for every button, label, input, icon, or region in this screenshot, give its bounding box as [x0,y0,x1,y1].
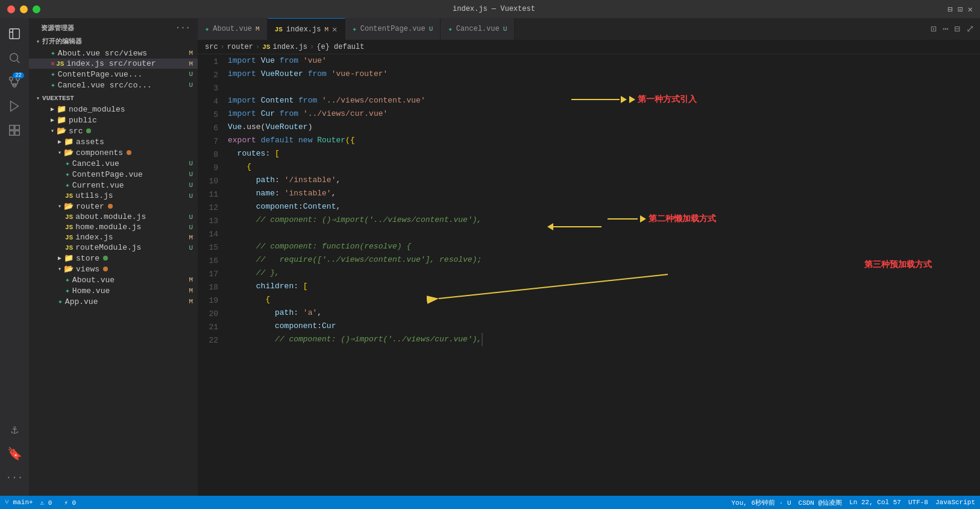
vue-icon: ✦ [51,80,55,90]
tree-item[interactable]: JS routeModule.js U [29,242,198,253]
breadcrumb: src › router › JS index.js › {e} default [198,40,980,54]
code-line-4: import Content from '../views/content.vu… [228,94,944,107]
traffic-light-yellow[interactable] [20,5,28,13]
svg-point-1 [10,54,18,62]
js-icon: JS [65,244,73,251]
tree-item[interactable]: ▶ 📁 assets [29,136,198,147]
tree-item[interactable]: ✦ ContentPage.vue U [29,169,198,180]
tree-item[interactable]: ✦ Cancel.vue src/co... U [29,80,198,90]
activity-icon-extensions[interactable] [4,119,25,141]
breadcrumb-router[interactable]: router [227,43,253,51]
tree-item[interactable]: ▾ 📂 src [29,125,198,136]
more-actions-icon[interactable]: ⋯ [941,22,950,36]
tree-item[interactable]: ✦ Home.vue M [29,285,198,296]
folder-open-icon: 📂 [64,148,74,157]
tree-item[interactable]: ▶ 📁 store [29,253,198,264]
code-line-19: { [228,293,944,306]
tree-item[interactable]: ✦ Cancel.vue U [29,158,198,169]
breadcrumb-filename[interactable]: index.js [272,43,307,51]
tree-item[interactable]: ✦ Current.vue U [29,180,198,191]
tab-status-m: M [324,26,328,33]
tree-item[interactable]: JS index.js M [29,232,198,242]
code-line-15: // component: function(resolve) { [228,240,944,253]
breadcrumb-js-badge: JS [262,43,270,51]
code-line-17: // }, [228,267,944,280]
traffic-light-red[interactable] [7,5,15,13]
panel-toggle-icon[interactable]: ⊟ [953,22,961,36]
folder-open-icon: 📂 [64,201,74,211]
tab-cancel[interactable]: ✦ Cancel.vue U [441,18,515,40]
vue-icon: ✦ [65,286,70,296]
titlebar: index.js — Vuextest ⊟ ⊡ ✕ [0,0,980,18]
activity-icon-bookmark[interactable]: 🔖 [4,443,25,464]
activity-icon-run[interactable] [4,95,25,117]
svg-rect-0 [10,29,20,39]
window-controls[interactable]: ⊟ ⊡ ✕ [947,4,973,14]
code-line-22: // component: ()⇒import('../views/cur.vu… [228,333,944,346]
section-open-editors[interactable]: ▾ 打开的编辑器 [29,35,198,48]
tree-item[interactable]: ✦ About.vue src/views M [29,48,198,58]
activity-icon-more[interactable]: ··· [4,467,25,488]
error-count[interactable]: ⚠ 0 ⚡ 0 [40,499,76,507]
file-status: M [189,287,198,294]
section-project[interactable]: ▾ VUEXTEST [29,93,198,104]
status-right: You, 6秒钟前 · U CSDN @仙凌阁 Ln 22, Col 57 UT… [732,498,975,507]
file-status: U [189,71,198,78]
code-line-7: export default new Router({ [228,134,944,147]
activity-icon-explorer[interactable] [4,23,25,45]
file-status: M [189,298,198,305]
editor-toolbar: ⊡ ⋯ ⊟ ⤢ [929,22,980,36]
vue-icon: ✦ [58,297,63,306]
file-status: U [189,171,198,178]
tree-item[interactable]: ▶ 📁 node_modules [29,104,198,115]
tab-about[interactable]: ✦ About.vue M [198,18,268,40]
file-status: U [189,213,198,221]
maximize-icon[interactable]: ⤢ [965,22,975,36]
traffic-light-green[interactable] [33,5,40,13]
tree-item[interactable]: ✦ ContentPage.vue... U [29,69,198,80]
code-line-2: import VueRouter from 'vue-router' [228,68,944,81]
vue-icon: ✦ [51,69,55,79]
file-status: M [189,49,198,57]
breadcrumb-src[interactable]: src [205,43,218,51]
tab-index-js[interactable]: JS index.js M ✕ [268,18,345,40]
split-editor-icon[interactable]: ⊡ [929,22,938,36]
tab-close-btn[interactable]: ✕ [332,24,337,34]
tree-item[interactable]: ▾ 📂 components [29,147,198,158]
tree-item[interactable]: ✦ App.vue M [29,296,198,307]
sidebar: 资源管理器 ··· ▾ 打开的编辑器 ✦ About.vue src/views… [29,18,198,496]
vue-icon: ✦ [65,275,70,285]
git-info: You, 6秒钟前 · U [732,498,791,507]
tree-item[interactable]: ✕ JS index.js src/router M [29,58,198,69]
tab-contentpage[interactable]: ✦ ContentPage.vue U [345,18,441,40]
tabs-bar: ✦ About.vue M JS index.js M ✕ ✦ ContentP… [198,18,980,40]
tree-item[interactable]: JS about.module.js U [29,212,198,222]
folder-open-icon: 📂 [64,264,74,274]
sidebar-actions[interactable]: ··· [175,23,190,33]
js-icon: JS [65,234,73,241]
tree-item-router[interactable]: ▾ 📂 router [29,201,198,212]
code-line-12: component:Content, [228,200,944,213]
tree-item[interactable]: ▾ 📂 views [29,264,198,274]
folder-icon: 📁 [64,253,74,263]
activity-icon-search[interactable] [4,47,25,69]
svg-point-2 [10,77,13,81]
cursor-position: Ln 22, Col 57 [849,499,901,506]
code-line-14 [228,227,944,240]
status-left: ⑂ main+ ⚠ 0 ⚡ 0 [5,499,76,507]
breadcrumb-symbol[interactable]: {e} default [316,43,364,51]
tree-item[interactable]: JS home.module.js U [29,222,198,232]
language-mode[interactable]: JavaScript [935,499,975,506]
svg-rect-9 [15,131,19,135]
activity-icon-scm[interactable]: 22 [4,71,25,93]
tree-item[interactable]: ✦ About.vue M [29,274,198,285]
code-lines[interactable]: import Vue from 'vue' import VueRouter f… [223,54,944,496]
tree-item[interactable]: JS utils.js U [29,191,198,201]
error-icon: ✕ [51,59,55,68]
svg-rect-7 [15,125,19,130]
git-branch[interactable]: ⑂ main+ [5,499,33,506]
activity-icon-anchor[interactable]: ⚓ [4,419,25,440]
tree-item[interactable]: ▶ 📁 public [29,115,198,125]
tab-status-m: M [256,25,260,33]
code-line-16: // require(['../views/content.vue'], res… [228,253,944,267]
